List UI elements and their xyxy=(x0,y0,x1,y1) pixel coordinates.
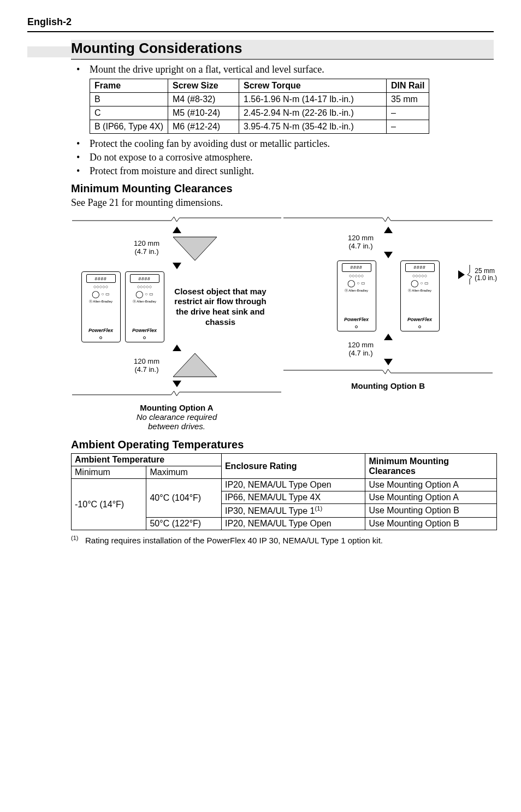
drive-unit-icon: 8888 ○○○○○ ◯○ ▭ Ⓐ Allen-Bradley PowerFle… xyxy=(400,260,440,331)
table-header-row: Frame Screw Size Screw Torque DIN Rail xyxy=(90,79,429,93)
cell: Use Mounting Option B xyxy=(365,504,497,518)
cell: Use Mounting Option A xyxy=(365,491,497,504)
cell: C xyxy=(90,106,168,120)
mount-hole-icon xyxy=(355,325,358,328)
drive-dial-icon: ◯○ ▭ xyxy=(92,290,109,298)
drive-unit-icon: 8888 ○○○○○ ◯○ ▭ Ⓐ Allen-Bradley PowerFle… xyxy=(81,271,121,342)
drive-display: 8888 xyxy=(130,274,159,283)
dimension-label: 120 mm (4.7 in.) xyxy=(134,358,159,374)
cell: Use Mounting Option A xyxy=(365,479,497,491)
clearance-diagram: 120 mm (4.7 in.) 8888 ○○○○○ ◯○ ▭ Ⓐ Allen… xyxy=(71,214,494,431)
diagram-option-a: 120 mm (4.7 in.) 8888 ○○○○○ ◯○ ▭ Ⓐ Allen… xyxy=(71,214,282,431)
cell: B (IP66, Type 4X) xyxy=(90,120,168,134)
drive-indicators-icon: ○○○○○ xyxy=(412,273,427,278)
svg-marker-1 xyxy=(173,353,217,377)
break-line-icon xyxy=(282,368,494,375)
th-enclosure: Enclosure Rating xyxy=(221,454,365,479)
mount-hole-icon xyxy=(143,336,146,339)
bullet-item: Protect the cooling fan by avoiding dust… xyxy=(76,138,494,150)
arrow-down-icon xyxy=(384,252,393,258)
caption-option-a: Mounting Option A No clearance required … xyxy=(71,403,282,431)
drive-brand: Ⓐ Allen-Bradley xyxy=(89,299,113,304)
cell: IP30, NEMA/UL Type 1(1) xyxy=(221,504,365,518)
th-frame: Frame xyxy=(90,79,168,93)
table-row: B (IP66, Type 4X) M6 (#12-24) 3.95-4.75 … xyxy=(90,120,429,134)
caption-option-b: Mounting Option B xyxy=(282,381,494,409)
dimension-label: 120 mm (4.7 in.) xyxy=(348,234,374,251)
caption-line: between drives. xyxy=(71,422,282,431)
arrow-right-icon xyxy=(458,270,465,279)
cell: M4 (#8-32) xyxy=(168,93,239,106)
bullet-item: Do not expose to a corrosive atmosphere. xyxy=(76,152,494,163)
arrow-down-icon xyxy=(384,359,393,365)
arrow-up-icon xyxy=(384,334,393,340)
cell: IP66, NEMA/UL Type 4X xyxy=(221,491,365,504)
caption-title: Mounting Option A xyxy=(71,403,282,412)
th-max: Maximum xyxy=(146,466,221,479)
drive-series: PowerFlex xyxy=(407,317,432,322)
drive-dial-icon: ◯○ ▭ xyxy=(135,290,153,298)
cell: B xyxy=(90,93,168,106)
screw-table: Frame Screw Size Screw Torque DIN Rail B… xyxy=(90,79,429,134)
dimension-label: 120 mm (4.7 in.) xyxy=(348,341,374,358)
bullet-list-after: Protect the cooling fan by avoiding dust… xyxy=(76,138,494,177)
svg-marker-0 xyxy=(173,237,217,260)
arrow-up-icon xyxy=(173,227,181,233)
footnote-marker: (1) xyxy=(71,535,78,541)
footnote-ref: (1) xyxy=(315,505,322,512)
break-line-icon xyxy=(71,389,282,397)
side-dimension: 25 mm (1.0 in.) xyxy=(458,265,497,285)
cell: 2.45-2.94 N-m (22-26 lb.-in.) xyxy=(239,106,387,120)
obstruction-icon xyxy=(170,352,220,380)
drive-indicators-icon: ○○○○○ xyxy=(93,284,108,289)
th-clearances: Minimum Mounting Clearances xyxy=(365,454,497,479)
diagram-option-b: 120 mm (4.7 in.) 25 mm (1.0 in.) 8888 ○○… xyxy=(282,214,494,431)
table-row: C M5 (#10-24) 2.45-2.94 N-m (22-26 lb.-i… xyxy=(90,106,429,120)
section-title: Mounting Considerations xyxy=(71,40,494,60)
drive-display: 8888 xyxy=(405,263,435,272)
break-line-icon xyxy=(71,215,282,223)
diagram-center-text: Closest object that may restrict air flo… xyxy=(169,287,273,328)
mount-hole-icon xyxy=(99,336,102,339)
th-ambient: Ambient Temperature xyxy=(72,454,222,466)
body-text: See Page 21 for mounting dimensions. xyxy=(71,197,494,209)
break-line-icon xyxy=(282,215,494,223)
dimension-label: 120 mm (4.7 in.) xyxy=(134,240,159,256)
drive-dial-icon: ◯○ ▭ xyxy=(347,279,365,287)
th-screw-size: Screw Size xyxy=(168,79,239,93)
obstruction-icon xyxy=(170,234,220,262)
cell: IP20, NEMA/UL Type Open xyxy=(221,518,365,530)
arrow-up-icon xyxy=(384,227,393,233)
cell: 35 mm xyxy=(387,93,429,106)
page-header: English-2 xyxy=(27,16,494,32)
drive-display: 8888 xyxy=(342,263,371,272)
caption-line: No clearance required xyxy=(71,412,282,422)
cell-min: -10°C (14°F) xyxy=(72,479,146,530)
cell: 3.95-4.75 N-m (35-42 lb.-in.) xyxy=(239,120,387,134)
drive-unit-icon: 8888 ○○○○○ ◯○ ▭ Ⓐ Allen-Bradley PowerFle… xyxy=(125,271,164,342)
drive-brand: Ⓐ Allen-Bradley xyxy=(133,299,156,304)
bullet-item: Mount the drive upright on a flat, verti… xyxy=(76,64,494,75)
th-din-rail: DIN Rail xyxy=(387,79,429,93)
cell: – xyxy=(387,106,429,120)
dimension-label: 25 mm (1.0 in.) xyxy=(475,268,497,282)
cell: Use Mounting Option B xyxy=(365,518,497,530)
drive-dial-icon: ◯○ ▭ xyxy=(411,279,428,287)
mount-hole-icon xyxy=(418,325,421,328)
drive-series: PowerFlex xyxy=(132,328,157,333)
cell-max: 40°C (104°F) xyxy=(146,479,221,518)
cell: M5 (#10-24) xyxy=(168,106,239,120)
arrow-down-icon xyxy=(173,263,181,269)
cell: IP20, NEMA/UL Type Open xyxy=(221,479,365,491)
cell: – xyxy=(387,120,429,134)
cell: M6 (#12-24) xyxy=(168,120,239,134)
drive-unit-icon: 8888 ○○○○○ ◯○ ▭ Ⓐ Allen-Bradley PowerFle… xyxy=(337,260,376,331)
cell-max: 50°C (122°F) xyxy=(146,518,221,530)
arrow-down-icon xyxy=(173,381,181,387)
table-row: B M4 (#8-32) 1.56-1.96 N-m (14-17 lb.-in… xyxy=(90,93,429,106)
table-header-row: Ambient Temperature Enclosure Rating Min… xyxy=(72,454,497,466)
footnote: (1) Rating requires installation of the … xyxy=(71,535,494,545)
subsection-clearances: Minimum Mounting Clearances xyxy=(71,182,494,195)
bullet-item: Protect from moisture and direct sunligh… xyxy=(76,165,494,177)
drive-series: PowerFlex xyxy=(88,328,113,333)
